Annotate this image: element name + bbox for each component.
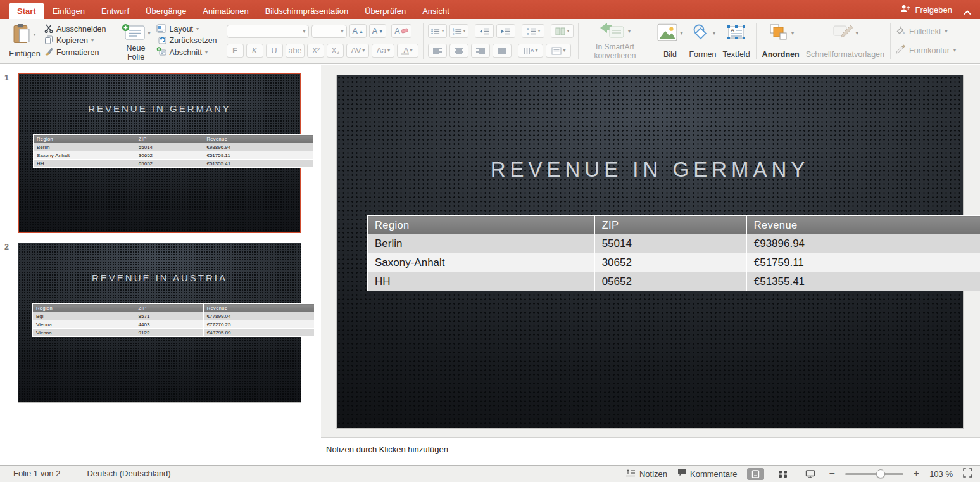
insert-textbox-button[interactable]: A Textfeld	[723, 23, 750, 59]
tab-ueberpruefen[interactable]: Überprüfen	[356, 3, 414, 19]
fit-slide-to-window-button[interactable]	[963, 468, 972, 479]
columns-button[interactable]: ▾	[551, 24, 574, 38]
layout-dropdown-caret[interactable]: ▾	[196, 27, 199, 32]
font-size-select[interactable]: ▾	[311, 25, 347, 38]
font-color-button[interactable]: A▾	[397, 44, 418, 58]
normal-view-button[interactable]	[747, 468, 764, 480]
clear-formatting-button[interactable]: A	[391, 24, 411, 38]
quick-styles-icon	[832, 23, 853, 44]
arrange-label: Anordnen	[762, 50, 800, 59]
slide-thumbnail-1[interactable]: REVENUE IN GERMANY RegionZIPRevenueBerli…	[18, 73, 301, 233]
shape-fill-button[interactable]: Fülleffekt ▾	[895, 25, 956, 37]
decrease-font-size-button[interactable]: A▼	[369, 24, 386, 38]
increase-font-size-button[interactable]: A▲	[349, 24, 367, 38]
layout-button[interactable]: Layout ▾	[156, 23, 217, 35]
outline-dropdown-caret[interactable]: ▾	[953, 48, 956, 53]
notes-pane[interactable]: Notizen durch Klicken hinzufügen	[321, 437, 980, 465]
slide-thumbnail-2[interactable]: REVENUE IN AUSTRIA RegionZIPRevenueBgl85…	[18, 243, 301, 403]
fill-dropdown-caret[interactable]: ▾	[945, 29, 948, 34]
text-direction-button[interactable]: A ▾	[518, 44, 543, 58]
tab-einfuegen[interactable]: Einfügen	[44, 3, 93, 19]
quick-styles-dropdown-caret[interactable]: ▾	[856, 31, 858, 36]
ribbon: ▾ Einfügen Ausschneiden Kopieren ▾	[0, 19, 980, 64]
smartart-icon	[600, 22, 625, 41]
zoom-percentage[interactable]: 103 %	[929, 469, 953, 479]
shape-outline-button[interactable]: Formkontur ▾	[895, 44, 956, 56]
paste-button[interactable]: ▾ Einfügen	[5, 22, 44, 60]
tab-ansicht[interactable]: Ansicht	[414, 3, 458, 19]
arrange-button[interactable]: ▾ Anordnen	[762, 23, 800, 59]
tab-uebergaenge[interactable]: Übergänge	[137, 3, 194, 19]
language-indicator[interactable]: Deutsch (Deutschland)	[87, 469, 170, 478]
line-spacing-button[interactable]: ▾	[522, 24, 544, 38]
insert-picture-button[interactable]: ▾ Bild	[657, 23, 682, 59]
align-right-button[interactable]	[471, 44, 490, 58]
tab-start[interactable]: Start	[9, 3, 44, 19]
quick-styles-button[interactable]: ▾ Schnellformatvorlagen	[806, 23, 884, 59]
table-cell: €93896.94	[203, 143, 314, 151]
section-dropdown-caret[interactable]: ▾	[205, 50, 208, 55]
table-row: Berlin55014€93896.94	[368, 234, 980, 253]
shapes-dropdown-caret[interactable]: ▾	[713, 31, 715, 36]
quick-styles-label: Schnellformatvorlagen	[806, 50, 884, 59]
align-left-button[interactable]	[428, 44, 447, 58]
comments-toggle-button[interactable]: Kommentare	[677, 469, 737, 479]
bullets-button[interactable]: ▾	[428, 24, 447, 38]
new-slide-dropdown-caret[interactable]: ▾	[148, 31, 151, 36]
svg-text:A: A	[731, 27, 734, 34]
copy-dropdown-caret[interactable]: ▾	[91, 38, 94, 43]
table-cell: €51355.41	[203, 160, 314, 168]
slide-title[interactable]: REVENUE IN GERMANY	[337, 158, 963, 182]
character-spacing-button[interactable]: AV▾	[346, 44, 369, 58]
table-cell: HH	[34, 160, 135, 168]
zoom-out-button[interactable]: −	[829, 468, 834, 479]
strikethrough-button[interactable]: abe	[286, 44, 305, 58]
numbering-button[interactable]: 123 ▾	[449, 24, 468, 38]
new-slide-button[interactable]: ▾ Neue Folie	[116, 22, 156, 60]
table-row: HH05652€51355.41	[34, 160, 314, 168]
share-button[interactable]: Freigeben	[900, 4, 952, 15]
slide-canvas[interactable]: REVENUE IN GERMANY RegionZIPRevenueBerli…	[336, 75, 964, 429]
decrease-indent-button[interactable]	[475, 24, 494, 38]
tab-animationen[interactable]: Animationen	[194, 3, 256, 19]
justify-button[interactable]	[493, 44, 512, 58]
increase-indent-button[interactable]	[496, 24, 515, 38]
align-center-button[interactable]	[449, 44, 468, 58]
slide-table[interactable]: RegionZIPRevenueBerlin55014€93896.94Saxo…	[367, 215, 980, 291]
table-cell: 4403	[135, 320, 203, 329]
bold-button[interactable]: F	[227, 44, 244, 58]
notes-toggle-button[interactable]: Notizen	[625, 469, 667, 479]
zoom-slider[interactable]	[845, 473, 903, 475]
slideshow-view-button[interactable]	[801, 468, 819, 480]
section-label: Abschnitt	[170, 48, 202, 57]
collapse-ribbon-icon[interactable]	[964, 6, 971, 18]
font-name-select[interactable]: ▾	[227, 25, 309, 38]
paste-dropdown-caret[interactable]: ▾	[33, 32, 35, 37]
copy-icon	[44, 35, 53, 46]
underline-button[interactable]: U	[266, 44, 283, 58]
thumbnail-slide-table: RegionZIPRevenueBerlin55014€93896.94Saxo…	[33, 134, 314, 168]
picture-icon	[657, 23, 677, 44]
tab-entwurf[interactable]: Entwurf	[93, 3, 137, 19]
section-button[interactable]: Abschnitt ▾	[156, 47, 217, 58]
convert-to-smartart-button[interactable]: ▾ In SmartArt konvertieren	[583, 22, 646, 60]
picture-dropdown-caret[interactable]: ▾	[680, 31, 682, 36]
zoom-slider-thumb[interactable]	[876, 469, 885, 478]
superscript-button[interactable]: X²	[307, 44, 324, 58]
layout-icon	[156, 24, 166, 35]
cut-button[interactable]: Ausschneiden	[44, 23, 106, 35]
new-slide-label: Neue Folie	[123, 44, 149, 62]
arrange-dropdown-caret[interactable]: ▾	[791, 31, 794, 36]
tab-bildschirmpraesentation[interactable]: Bildschirmpräsentation	[257, 3, 357, 19]
italic-button[interactable]: K	[246, 44, 263, 58]
slide-sorter-view-button[interactable]	[774, 468, 791, 480]
change-case-button[interactable]: Aa▾	[372, 44, 394, 58]
textbox-label: Textfeld	[723, 50, 750, 59]
insert-shapes-button[interactable]: ▾ Formen	[689, 23, 716, 59]
copy-button[interactable]: Kopieren ▾	[44, 35, 106, 46]
reset-button[interactable]: Zurücksetzen	[156, 35, 217, 46]
zoom-in-button[interactable]: +	[914, 468, 919, 479]
align-text-button[interactable]: ▾	[546, 44, 571, 58]
format-painter-button[interactable]: Formatieren	[44, 47, 106, 58]
subscript-button[interactable]: X₂	[327, 44, 344, 58]
